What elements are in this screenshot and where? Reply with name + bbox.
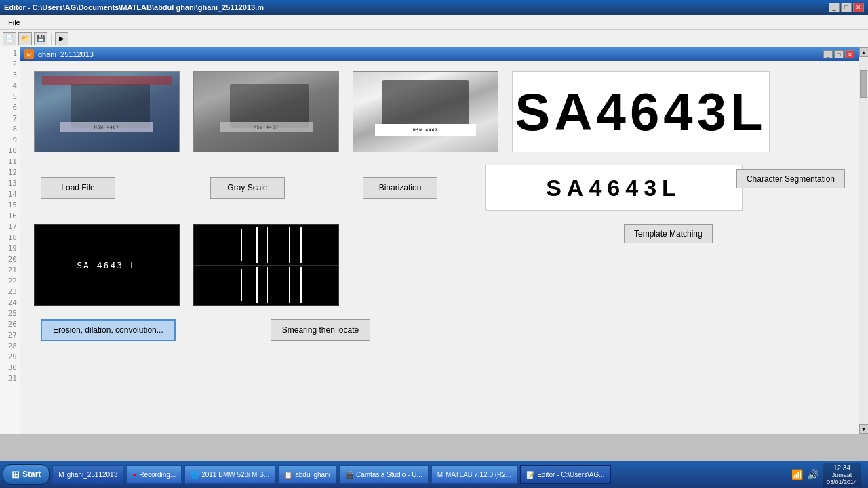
line-num-29: 29: [0, 352, 20, 363]
clock-time: 12:34: [827, 464, 857, 472]
buttons-row-1: Load File Gray Scale Binarization SA4643…: [34, 165, 845, 211]
fig-close-btn[interactable]: ✕: [845, 50, 854, 58]
seg-bottom-row: [194, 266, 338, 306]
editor-title-bar: Editor - C:\Users\AG\Documents\MATLAB\ab…: [0, 0, 868, 15]
line-num-12: 12: [0, 168, 20, 179]
line-numbers: 1 2 3 4 5 6 7 8 9 10 11 12 13 14 15 16 1…: [0, 47, 20, 434]
toolbar-run-icon[interactable]: ▶: [55, 32, 68, 45]
line-num-3: 3: [0, 70, 20, 81]
toolbar: 📄 📂 💾 ▶: [0, 30, 868, 47]
load-file-button[interactable]: Load File: [41, 177, 115, 199]
menu-file[interactable]: File: [3, 17, 26, 28]
figure-controls: _ □ ✕: [823, 50, 854, 58]
close-button[interactable]: ✕: [853, 3, 864, 12]
editor-controls: _ □ ✕: [829, 3, 864, 12]
fig-maximize-btn[interactable]: □: [834, 50, 844, 58]
line-num-8: 8: [0, 125, 20, 136]
gray-scale-button[interactable]: Gray Scale: [210, 177, 285, 199]
line-num-6: 6: [0, 103, 20, 114]
line-num-20: 20: [0, 255, 20, 266]
line-num-14: 14: [0, 190, 20, 201]
grayscale-car-image: MSW 4467: [193, 71, 339, 152]
seg-cell-2: [242, 225, 290, 265]
line-num-4: 4: [0, 81, 20, 92]
taskbar-item-matlab[interactable]: M MATLAB 7.12.0 (R2...: [431, 465, 517, 484]
line-num-25: 25: [0, 309, 20, 320]
plate-text-box: SA4643L: [485, 165, 743, 211]
template-matching-button[interactable]: Template Matching: [624, 224, 713, 243]
line-num-10: 10: [0, 146, 20, 157]
toolbar-save-icon[interactable]: 💾: [34, 32, 47, 45]
scroll-thumb[interactable]: [860, 70, 867, 98]
scrollbar[interactable]: ▲ ▼: [859, 47, 868, 434]
bottom-buttons-row: Erosion, dilation, convolution... Smeari…: [34, 319, 845, 341]
taskbar-item-camtasia[interactable]: 🎬 Camtasia Studio - U...: [339, 465, 429, 484]
browser-icon: 🌐: [191, 471, 199, 479]
figure-title-text: ghani_25112013: [38, 50, 94, 58]
line-num-17: 17: [0, 222, 20, 233]
matlab2-icon: M: [437, 471, 443, 479]
clock-date: Jumaat03/01/2014: [827, 472, 857, 485]
black-plate-text: SA 4643 L: [77, 260, 136, 270]
editor-title: Editor - C:\Users\AG\Documents\MATLAB\ab…: [4, 3, 264, 12]
line-num-23: 23: [0, 287, 20, 298]
doc-icon: 📋: [284, 471, 292, 479]
taskbar-item-ghani2[interactable]: 📋 abdul ghani: [278, 465, 336, 484]
matlab-icon: M: [24, 49, 34, 59]
smearing-button[interactable]: Smearing then locate: [271, 319, 370, 341]
taskbar-item-editor[interactable]: 📝 Editor - C:\Users\AG...: [520, 465, 610, 484]
line-num-5: 5: [0, 92, 20, 103]
toolbar-new-icon[interactable]: 📄: [3, 32, 16, 45]
top-image-row: MSW 4467 MSW 4467 MSW 4467: [34, 71, 845, 152]
line-num-21: 21: [0, 266, 20, 277]
network-tray-icon: 📶: [791, 469, 803, 480]
line-num-1: 1: [0, 49, 20, 60]
binary-car-image: MSW 4467: [353, 71, 498, 152]
seg-cell-5: [242, 266, 290, 306]
taskbar-bmw-label: 2011 BMW 528i M S...: [201, 471, 269, 479]
record-icon: ●: [132, 471, 136, 479]
plate-large-text: SA4643L: [515, 81, 767, 143]
line-num-16: 16: [0, 211, 20, 222]
start-button[interactable]: ⊞ Start: [3, 464, 50, 485]
scroll-up-btn[interactable]: ▲: [859, 47, 869, 57]
seg-cell-4: [194, 266, 242, 306]
menu-bar: File: [0, 15, 868, 30]
char-seg-area: Character Segmentation: [736, 169, 845, 188]
binarization-button[interactable]: Binarization: [363, 177, 437, 199]
taskbar-item-bmw[interactable]: 🌐 2011 BMW 528i M S...: [184, 465, 275, 484]
line-num-27: 27: [0, 331, 20, 342]
figure-area: M ghani_25112013 _ □ ✕ MSW 4467: [20, 47, 859, 434]
seg-cell-3: [290, 225, 338, 265]
line-num-28: 28: [0, 342, 20, 352]
clock-area: 12:34 Jumaat03/01/2014: [823, 463, 861, 487]
taskbar-recording-label: Recording...: [139, 471, 176, 479]
line-num-26: 26: [0, 320, 20, 331]
taskbar-camtasia-label: Camtasia Studio - U...: [356, 471, 422, 479]
editor-taskbar-icon: 📝: [526, 471, 534, 479]
taskbar-right: 📶 🔊 12:34 Jumaat03/01/2014: [787, 463, 865, 487]
taskbar-item-ghani[interactable]: M ghani_25112013: [52, 465, 123, 484]
erosion-button[interactable]: Erosion, dilation, convolution...: [41, 319, 176, 341]
toolbar-open-icon[interactable]: 📂: [18, 32, 32, 45]
seg-top-row: [194, 225, 338, 266]
fig-minimize-btn[interactable]: _: [823, 50, 833, 58]
line-num-24: 24: [0, 298, 20, 309]
windows-logo-icon: ⊞: [12, 469, 20, 480]
taskbar-matlab-label: MATLAB 7.12.0 (R2...: [446, 471, 511, 479]
char-seg-button[interactable]: Character Segmentation: [736, 169, 845, 188]
figure-content: MSW 4467 MSW 4467 MSW 4467: [20, 61, 859, 434]
line-num-30: 30: [0, 363, 20, 374]
desktop-background: File 📄 📂 💾 ▶ 1 2 3 4 5 6 7 8 9 10 11 12 …: [0, 15, 868, 461]
segmented-chars-image: [193, 224, 339, 306]
maximize-button[interactable]: □: [841, 3, 852, 12]
color-car-image: MSW 4467: [34, 71, 180, 152]
taskbar-ghani-label: ghani_25112013: [67, 471, 118, 479]
camtasia-icon: 🎬: [345, 471, 353, 479]
minimize-button[interactable]: _: [829, 3, 840, 12]
scroll-down-btn[interactable]: ▼: [859, 424, 869, 434]
taskbar-item-recording[interactable]: ● Recording...: [126, 465, 182, 484]
template-matching-area: Template Matching: [624, 224, 713, 243]
line-num-15: 15: [0, 201, 20, 211]
black-plate-image: SA 4643 L: [34, 224, 180, 306]
